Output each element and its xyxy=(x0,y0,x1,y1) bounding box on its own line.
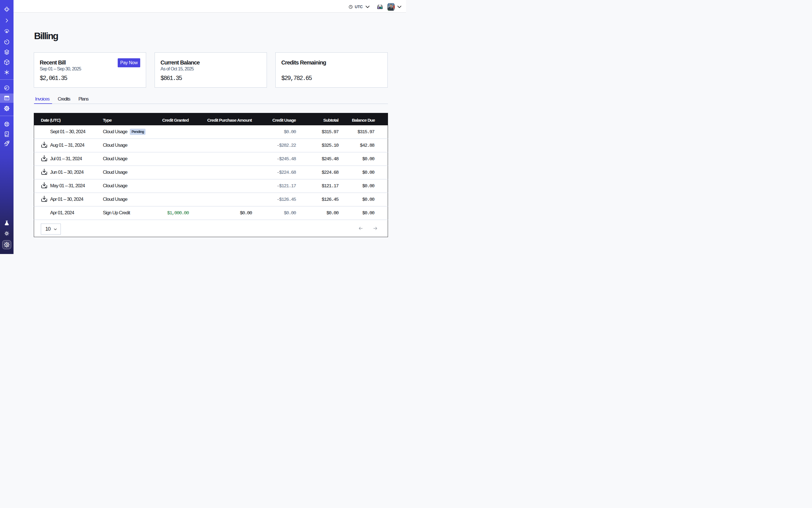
svg-text:$: $ xyxy=(6,243,8,246)
